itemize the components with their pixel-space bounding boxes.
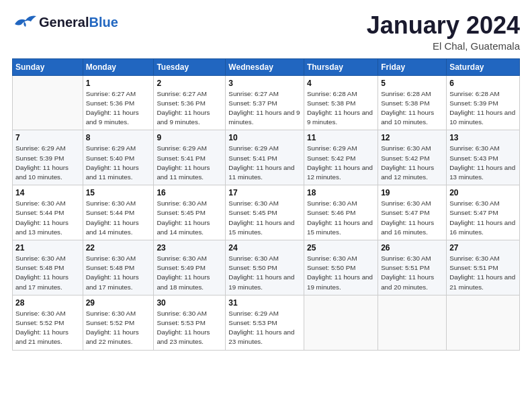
day-info: Sunrise: 6:27 AMSunset: 5:36 PMDaylight:… (157, 89, 222, 128)
day-number: 14 (15, 188, 80, 197)
day-number: 23 (157, 243, 222, 253)
day-info: Sunrise: 6:30 AMSunset: 5:51 PMDaylight:… (449, 254, 517, 292)
calendar-cell (304, 295, 378, 350)
day-info: Sunrise: 6:30 AMSunset: 5:45 PMDaylight:… (157, 199, 222, 237)
col-wednesday: Wednesday (226, 58, 304, 75)
calendar-week-5: 28Sunrise: 6:30 AMSunset: 5:52 PMDayligh… (13, 295, 520, 350)
day-number: 3 (228, 79, 301, 88)
col-saturday: Saturday (447, 58, 520, 75)
calendar-cell: 10Sunrise: 6:29 AMSunset: 5:41 PMDayligh… (226, 130, 304, 185)
day-number: 30 (157, 298, 222, 308)
day-info: Sunrise: 6:30 AMSunset: 5:53 PMDaylight:… (157, 309, 222, 347)
calendar-cell: 4Sunrise: 6:28 AMSunset: 5:38 PMDaylight… (304, 75, 378, 130)
calendar-cell: 21Sunrise: 6:30 AMSunset: 5:48 PMDayligh… (13, 240, 83, 295)
day-info: Sunrise: 6:30 AMSunset: 5:52 PMDaylight:… (86, 309, 151, 347)
day-info: Sunrise: 6:28 AMSunset: 5:38 PMDaylight:… (381, 89, 443, 128)
header: GeneralBlue January 2024 El Chal, Guatem… (12, 12, 520, 52)
calendar-cell: 11Sunrise: 6:29 AMSunset: 5:42 PMDayligh… (304, 130, 378, 185)
day-info: Sunrise: 6:30 AMSunset: 5:52 PMDaylight:… (15, 309, 80, 347)
logo: GeneralBlue (12, 12, 118, 32)
col-sunday: Sunday (13, 58, 83, 75)
day-number: 5 (381, 79, 443, 88)
day-number: 9 (157, 133, 222, 142)
calendar-cell: 9Sunrise: 6:29 AMSunset: 5:41 PMDaylight… (154, 130, 226, 185)
day-info: Sunrise: 6:30 AMSunset: 5:43 PMDaylight:… (449, 144, 517, 182)
day-number: 27 (449, 243, 517, 253)
logo-bird-icon (12, 12, 38, 32)
calendar-cell: 19Sunrise: 6:30 AMSunset: 5:47 PMDayligh… (378, 185, 447, 240)
calendar-cell: 20Sunrise: 6:30 AMSunset: 5:47 PMDayligh… (447, 185, 520, 240)
calendar-cell: 3Sunrise: 6:27 AMSunset: 5:37 PMDaylight… (226, 75, 304, 130)
col-friday: Friday (378, 58, 447, 75)
day-info: Sunrise: 6:29 AMSunset: 5:39 PMDaylight:… (15, 144, 80, 182)
day-number: 8 (86, 133, 151, 142)
calendar-cell: 6Sunrise: 6:28 AMSunset: 5:39 PMDaylight… (447, 75, 520, 130)
day-info: Sunrise: 6:30 AMSunset: 5:48 PMDaylight:… (86, 254, 151, 292)
calendar-cell: 12Sunrise: 6:30 AMSunset: 5:42 PMDayligh… (378, 130, 447, 185)
day-number: 31 (228, 298, 301, 308)
day-number: 2 (157, 79, 222, 88)
day-info: Sunrise: 6:30 AMSunset: 5:49 PMDaylight:… (157, 254, 222, 292)
calendar-cell: 16Sunrise: 6:30 AMSunset: 5:45 PMDayligh… (154, 185, 226, 240)
day-number: 4 (307, 79, 375, 88)
day-info: Sunrise: 6:28 AMSunset: 5:38 PMDaylight:… (307, 89, 375, 128)
month-title: January 2024 (367, 12, 520, 39)
calendar-cell: 8Sunrise: 6:29 AMSunset: 5:40 PMDaylight… (83, 130, 154, 185)
col-monday: Monday (83, 58, 154, 75)
calendar-week-4: 21Sunrise: 6:30 AMSunset: 5:48 PMDayligh… (13, 240, 520, 295)
day-info: Sunrise: 6:29 AMSunset: 5:41 PMDaylight:… (157, 144, 222, 182)
day-info: Sunrise: 6:30 AMSunset: 5:44 PMDaylight:… (86, 199, 151, 237)
day-number: 1 (86, 79, 151, 88)
day-info: Sunrise: 6:28 AMSunset: 5:39 PMDaylight:… (449, 89, 517, 128)
day-info: Sunrise: 6:30 AMSunset: 5:50 PMDaylight:… (307, 254, 375, 292)
calendar-cell: 23Sunrise: 6:30 AMSunset: 5:49 PMDayligh… (154, 240, 226, 295)
calendar-cell (13, 75, 83, 130)
title-block: January 2024 El Chal, Guatemala (367, 12, 520, 52)
calendar-cell: 28Sunrise: 6:30 AMSunset: 5:52 PMDayligh… (13, 295, 83, 350)
calendar-table: Sunday Monday Tuesday Wednesday Thursday… (12, 58, 520, 351)
calendar-cell: 22Sunrise: 6:30 AMSunset: 5:48 PMDayligh… (83, 240, 154, 295)
day-info: Sunrise: 6:30 AMSunset: 5:46 PMDaylight:… (307, 199, 375, 237)
col-thursday: Thursday (304, 58, 378, 75)
page: GeneralBlue January 2024 El Chal, Guatem… (0, 0, 532, 411)
day-number: 24 (228, 243, 301, 253)
day-number: 15 (86, 188, 151, 197)
calendar-week-1: 1Sunrise: 6:27 AMSunset: 5:36 PMDaylight… (13, 75, 520, 130)
calendar-cell: 2Sunrise: 6:27 AMSunset: 5:36 PMDaylight… (154, 75, 226, 130)
calendar-cell: 24Sunrise: 6:30 AMSunset: 5:50 PMDayligh… (226, 240, 304, 295)
day-number: 18 (307, 188, 375, 197)
calendar-cell: 25Sunrise: 6:30 AMSunset: 5:50 PMDayligh… (304, 240, 378, 295)
day-info: Sunrise: 6:29 AMSunset: 5:40 PMDaylight:… (86, 144, 151, 182)
calendar-cell (378, 295, 447, 350)
day-number: 6 (449, 79, 517, 88)
col-tuesday: Tuesday (154, 58, 226, 75)
day-number: 20 (449, 188, 517, 197)
calendar-cell: 27Sunrise: 6:30 AMSunset: 5:51 PMDayligh… (447, 240, 520, 295)
day-info: Sunrise: 6:29 AMSunset: 5:53 PMDaylight:… (228, 309, 301, 347)
calendar-cell (447, 295, 520, 350)
day-info: Sunrise: 6:30 AMSunset: 5:45 PMDaylight:… (228, 199, 301, 237)
day-number: 25 (307, 243, 375, 253)
calendar-cell: 13Sunrise: 6:30 AMSunset: 5:43 PMDayligh… (447, 130, 520, 185)
day-number: 21 (15, 243, 80, 253)
day-number: 22 (86, 243, 151, 253)
day-number: 10 (228, 133, 301, 142)
day-number: 26 (381, 243, 443, 253)
day-number: 16 (157, 188, 222, 197)
day-number: 13 (449, 133, 517, 142)
day-info: Sunrise: 6:30 AMSunset: 5:47 PMDaylight:… (449, 199, 517, 237)
location-subtitle: El Chal, Guatemala (367, 40, 520, 52)
day-info: Sunrise: 6:29 AMSunset: 5:41 PMDaylight:… (228, 144, 301, 182)
calendar-cell: 1Sunrise: 6:27 AMSunset: 5:36 PMDaylight… (83, 75, 154, 130)
calendar-cell: 14Sunrise: 6:30 AMSunset: 5:44 PMDayligh… (13, 185, 83, 240)
day-info: Sunrise: 6:30 AMSunset: 5:51 PMDaylight:… (381, 254, 443, 292)
calendar-week-3: 14Sunrise: 6:30 AMSunset: 5:44 PMDayligh… (13, 185, 520, 240)
calendar-cell: 7Sunrise: 6:29 AMSunset: 5:39 PMDaylight… (13, 130, 83, 185)
day-info: Sunrise: 6:30 AMSunset: 5:44 PMDaylight:… (15, 199, 80, 237)
day-number: 11 (307, 133, 375, 142)
day-number: 29 (86, 298, 151, 308)
day-info: Sunrise: 6:27 AMSunset: 5:37 PMDaylight:… (228, 89, 301, 128)
day-info: Sunrise: 6:30 AMSunset: 5:48 PMDaylight:… (15, 254, 80, 292)
calendar-cell: 31Sunrise: 6:29 AMSunset: 5:53 PMDayligh… (226, 295, 304, 350)
day-number: 17 (228, 188, 301, 197)
